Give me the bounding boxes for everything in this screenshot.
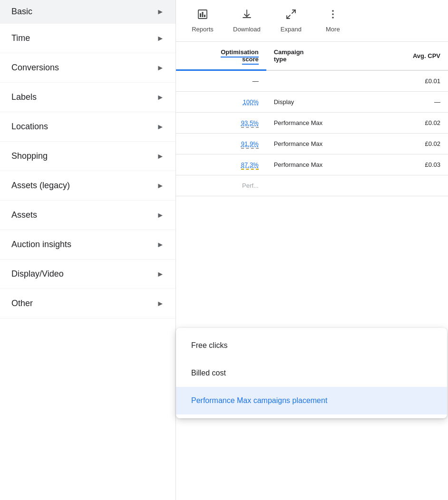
cell-campaign-type: [266, 70, 375, 92]
svg-line-4: [292, 10, 295, 13]
chevron-right-icon: ►: [156, 34, 164, 43]
dropdown-item-perf-max[interactable]: Performance Max campaigns placement: [176, 387, 447, 414]
sidebar-item-shopping[interactable]: Shopping ►: [0, 142, 175, 171]
reports-button[interactable]: Reports: [184, 5, 222, 37]
cell-campaign-type: Display: [266, 92, 375, 113]
dropdown-item-perf-max-label: Performance Max campaigns placement: [191, 396, 327, 404]
dropdown-item-billed-cost-label: Billed cost: [191, 369, 226, 377]
chevron-right-icon: ►: [156, 240, 164, 249]
sidebar-item-time-label: Time: [11, 33, 30, 43]
sidebar-item-basic-label: Basic: [11, 7, 32, 17]
cell-avg-cpv: £0.03: [375, 154, 448, 175]
sidebar-item-assets-label: Assets: [11, 210, 37, 220]
dropdown-item-free-clicks-label: Free clicks: [191, 341, 227, 349]
sidebar-item-time[interactable]: Time ►: [0, 24, 175, 53]
sidebar-item-locations-label: Locations: [11, 122, 48, 132]
cell-optimisation[interactable]: 100%: [176, 92, 266, 113]
chevron-right-icon: ►: [156, 123, 164, 131]
sidebar-item-conversions[interactable]: Conversions ►: [0, 53, 175, 83]
cell-optimisation: —: [176, 70, 266, 92]
sidebar-item-auction-insights-label: Auction insights: [11, 240, 71, 250]
chevron-right-icon: ►: [156, 182, 164, 190]
cell-avg-cpv: [375, 175, 448, 196]
sidebar-item-basic[interactable]: Basic ►: [0, 0, 175, 24]
more-icon: [327, 9, 339, 23]
download-label: Download: [233, 26, 261, 33]
cell-avg-cpv: £0.02: [375, 113, 448, 134]
reports-icon: [197, 9, 208, 23]
chevron-right-icon: ►: [156, 299, 164, 308]
svg-line-5: [287, 15, 290, 19]
cell-avg-cpv: £0.02: [375, 134, 448, 154]
cell-avg-cpv: —: [375, 92, 448, 113]
more-label: More: [326, 26, 340, 33]
expand-icon: [285, 9, 297, 23]
svg-rect-2: [202, 12, 204, 17]
cell-campaign-type: Performance Max: [266, 154, 375, 175]
sidebar-item-display-video[interactable]: Display/Video ►: [0, 260, 175, 289]
header-avg-cpv-label: Avg. CPV: [413, 52, 440, 59]
table-row: Perf...: [176, 175, 448, 196]
chevron-right-icon: ►: [156, 8, 164, 16]
download-icon: [241, 9, 253, 23]
svg-point-8: [332, 17, 334, 19]
cell-optimisation[interactable]: 87.3%: [176, 154, 266, 175]
header-avg-cpv[interactable]: Avg. CPV: [375, 42, 448, 70]
cell-campaign-type: Performance Max: [266, 134, 375, 154]
dropdown-item-free-clicks[interactable]: Free clicks: [176, 332, 447, 359]
sidebar-item-other-label: Other: [11, 298, 33, 308]
dropdown-menu: Free clicks Billed cost Performance Max …: [176, 328, 447, 418]
download-button[interactable]: Download: [225, 5, 268, 37]
cell-optimisation[interactable]: 93.5%: [176, 113, 266, 134]
sidebar-item-auction-insights[interactable]: Auction insights ►: [0, 230, 175, 260]
svg-rect-1: [200, 13, 201, 17]
svg-point-6: [332, 10, 334, 12]
sidebar-item-other[interactable]: Other ►: [0, 289, 175, 318]
chevron-right-icon: ►: [156, 270, 164, 279]
more-button[interactable]: More: [314, 5, 352, 37]
sidebar-item-assets[interactable]: Assets ►: [0, 201, 175, 230]
expand-label: Expand: [281, 26, 302, 33]
svg-point-7: [332, 13, 334, 15]
dropdown-item-billed-cost[interactable]: Billed cost: [176, 359, 447, 387]
chevron-right-icon: ►: [156, 152, 164, 161]
sidebar-item-shopping-label: Shopping: [11, 151, 48, 161]
header-optimisation[interactable]: Optimisationscore: [176, 42, 266, 70]
table-container: Optimisationscore Campaigntype Avg. CPV: [176, 42, 448, 500]
sidebar-item-labels[interactable]: Labels ►: [0, 83, 175, 112]
toolbar: Reports Download: [176, 0, 448, 42]
cell-avg-cpv: £0.01: [375, 70, 448, 92]
expand-button[interactable]: Expand: [272, 5, 310, 37]
table-row: 93.5% Performance Max £0.02: [176, 113, 448, 134]
svg-rect-3: [204, 15, 205, 17]
header-campaign-type-label: Campaigntype: [274, 48, 304, 63]
chevron-right-icon: ►: [156, 211, 164, 220]
sidebar-item-display-video-label: Display/Video: [11, 269, 64, 279]
sidebar-item-labels-label: Labels: [11, 92, 37, 102]
sidebar-item-locations[interactable]: Locations ►: [0, 112, 175, 142]
content-panel: Reports Download: [176, 0, 448, 500]
data-table: Optimisationscore Campaigntype Avg. CPV: [176, 42, 448, 196]
chevron-right-icon: ►: [156, 64, 164, 72]
sidebar-item-assets-legacy[interactable]: Assets (legacy) ►: [0, 171, 175, 201]
header-campaign-type[interactable]: Campaigntype: [266, 42, 375, 70]
main-container: Basic ► Time ► Conversions ► Labels ► Lo…: [0, 0, 448, 500]
sidebar-item-conversions-label: Conversions: [11, 63, 59, 73]
cell-campaign-type: Performance Max: [266, 113, 375, 134]
table-row: 87.3% Performance Max £0.03: [176, 154, 448, 175]
chevron-right-icon: ►: [156, 93, 164, 102]
cell-campaign-type: [266, 175, 375, 196]
sidebar-item-assets-legacy-label: Assets (legacy): [11, 181, 70, 191]
table-row: 91.9% Performance Max £0.02: [176, 134, 448, 154]
cell-optimisation: Perf...: [176, 175, 266, 196]
table-row: — £0.01: [176, 70, 448, 92]
table-row: 100% Display —: [176, 92, 448, 113]
reports-label: Reports: [192, 26, 214, 33]
sidebar: Basic ► Time ► Conversions ► Labels ► Lo…: [0, 0, 176, 500]
cell-optimisation[interactable]: 91.9%: [176, 134, 266, 154]
header-optimisation-label: Optimisationscore: [221, 48, 258, 63]
